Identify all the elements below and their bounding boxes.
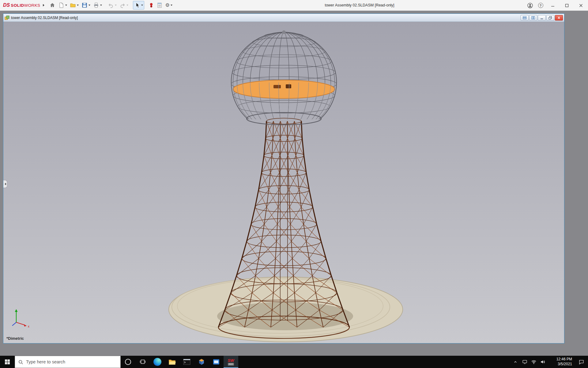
chevron-down-icon[interactable] (89, 5, 90, 6)
maximize-icon (565, 4, 569, 7)
tile-vertical-button[interactable] (529, 15, 537, 21)
document-titlebar[interactable]: tower Assembly 02.SLDASM [Read-only] (3, 14, 564, 22)
account-button[interactable] (525, 0, 535, 11)
save-button[interactable] (80, 1, 92, 10)
volume-icon (540, 359, 546, 365)
terminal-icon (183, 358, 190, 365)
home-button[interactable] (48, 1, 57, 10)
minimize-icon (540, 16, 544, 20)
featuremanager-collapse-tab[interactable] (3, 180, 7, 188)
tile-horizontal-button[interactable] (521, 15, 529, 21)
close-icon (557, 16, 561, 20)
help-button[interactable]: ? (535, 0, 546, 11)
macro-record-button[interactable] (148, 1, 155, 10)
hidden-icons-button[interactable] (511, 356, 520, 368)
chevron-left-icon (5, 183, 6, 185)
account-icon (527, 2, 533, 9)
minimize-button[interactable] (546, 0, 560, 11)
properties-button[interactable] (155, 1, 164, 10)
windows-logo-icon (5, 359, 10, 365)
blue-window-icon (213, 358, 220, 365)
properties-icon (156, 2, 163, 8)
macro-record-icon (149, 2, 154, 8)
doc-close-button[interactable] (555, 15, 563, 21)
brand-text-works: WORKS (24, 3, 40, 8)
tower-assembly-3d-model[interactable]: x (3, 22, 564, 343)
print-icon (93, 2, 99, 8)
window-controls: ? (525, 0, 588, 11)
close-button[interactable] (574, 0, 588, 11)
open-button[interactable] (69, 1, 80, 10)
chevron-down-icon[interactable] (171, 5, 172, 6)
open-icon (70, 2, 76, 8)
chevron-down-icon[interactable] (115, 5, 117, 6)
select-tool-button[interactable] (133, 1, 144, 10)
print-button[interactable] (92, 1, 103, 10)
solidworks-2021-icon: SW 2021 (228, 358, 234, 366)
solidworks-logo: DS SOLID WORKS (3, 2, 40, 8)
app-titlebar: DS SOLID WORKS (0, 0, 588, 11)
clock-time: 12:46 PM (556, 357, 572, 362)
mdi-client-area: tower Assembly 02.SLDASM [Read-only] (0, 11, 588, 356)
new-document-button[interactable] (57, 1, 68, 10)
search-icon (18, 359, 23, 365)
system-tray: 12:46 PM 3/5/2021 (511, 356, 588, 368)
chevron-down-icon[interactable] (100, 5, 102, 6)
new-document-icon (58, 2, 64, 8)
home-icon (49, 2, 55, 8)
document-window-buttons (520, 15, 563, 21)
taskbar-search[interactable] (15, 356, 121, 368)
network-button[interactable] (529, 356, 538, 368)
quick-access-toolbar: ⚙ (48, 1, 174, 10)
file-explorer-icon (168, 358, 176, 365)
network-icon (531, 359, 537, 365)
doc-restore-button[interactable] (546, 15, 554, 21)
assembly-document-icon (5, 15, 9, 20)
tile-horizontal-icon (522, 16, 527, 20)
notification-icon (579, 359, 584, 365)
view-orientation-label: *Dimetric (6, 336, 24, 341)
document-window: tower Assembly 02.SLDASM [Read-only] (3, 13, 564, 343)
terminal-button[interactable] (179, 356, 194, 368)
edge-button[interactable] (150, 356, 165, 368)
expand-toolbar-chevron-icon[interactable] (43, 4, 44, 6)
chevron-down-icon[interactable] (65, 5, 67, 6)
chevron-down-icon[interactable] (77, 5, 79, 6)
save-icon (81, 2, 88, 8)
chevron-up-icon (513, 359, 518, 364)
close-icon (579, 4, 583, 7)
redo-button[interactable] (118, 1, 130, 10)
solidworks-taskbar-button[interactable]: SW 2021 (224, 356, 238, 368)
undo-icon (108, 2, 114, 8)
windows-taskbar: SW 2021 12:46 PM 3/5/2021 (0, 356, 588, 368)
action-center-button[interactable] (575, 356, 588, 368)
volume-button[interactable] (538, 356, 548, 368)
doc-minimize-button[interactable] (538, 15, 546, 21)
task-view-button[interactable] (135, 356, 150, 368)
display-tray-button[interactable] (520, 356, 529, 368)
chevron-down-icon[interactable] (141, 5, 143, 6)
search-input[interactable] (26, 359, 117, 364)
brand-text-solid: SOLID (11, 3, 24, 8)
graphics-viewport[interactable]: x *Dimetric (3, 22, 564, 343)
cortana-button[interactable] (121, 356, 135, 368)
restore-icon (548, 16, 552, 20)
start-button[interactable] (0, 356, 15, 368)
maximize-button[interactable] (560, 0, 574, 11)
minimize-icon (551, 4, 555, 7)
blue-window-button[interactable] (209, 356, 224, 368)
redo-icon (119, 2, 126, 8)
settings-button[interactable]: ⚙ (164, 1, 174, 10)
select-cursor-icon (134, 2, 140, 8)
taskbar-clock[interactable]: 12:46 PM 3/5/2021 (548, 356, 575, 368)
file-explorer-button[interactable] (165, 356, 179, 368)
undo-button[interactable] (107, 1, 118, 10)
tile-vertical-icon (531, 16, 535, 20)
chevron-down-icon[interactable] (126, 5, 128, 6)
edge-icon (153, 358, 161, 366)
ds-logo-icon: DS (3, 2, 10, 8)
cad-viewer-button[interactable] (194, 356, 209, 368)
display-tray-icon (522, 359, 527, 365)
document-title: tower Assembly 02.SLDASM [Read-only] (11, 16, 78, 20)
app-window-title: tower Assembly 02.SLDASM [Read-only] (325, 3, 394, 7)
